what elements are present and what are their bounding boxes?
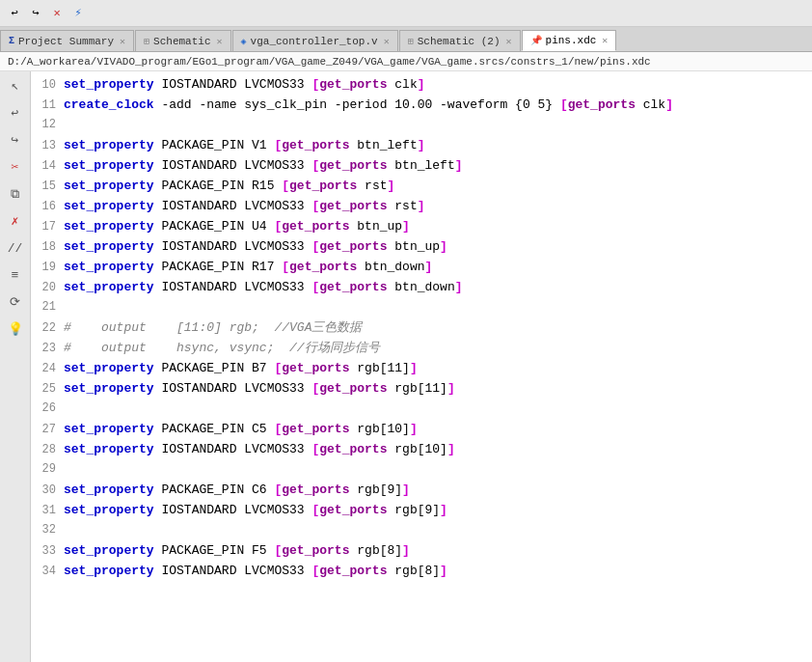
line-num-21: 21 bbox=[31, 298, 64, 317]
line-code-25: set_property IOSTANDARD LVCMOS33 [get_po… bbox=[64, 379, 455, 399]
tab-close-schematic2[interactable]: ✕ bbox=[506, 36, 512, 47]
line-num-23: 23 bbox=[31, 340, 64, 358]
tab-close-schematic1[interactable]: ✕ bbox=[217, 36, 223, 47]
main-area: ↖ ↩ ↪ ✂ ⧉ ✗ // ≡ ⟳ 💡 10 set_property IOS… bbox=[0, 71, 812, 662]
line-num-16: 16 bbox=[31, 198, 64, 216]
sidebar-icon-redo[interactable]: ↪ bbox=[5, 129, 26, 151]
sidebar-icon-undo[interactable]: ↩ bbox=[5, 102, 26, 124]
tab-label-vga-controller: vga_controller_top.v bbox=[251, 36, 378, 47]
code-line-32: 32 bbox=[31, 521, 812, 541]
code-line-21: 21 bbox=[31, 298, 812, 318]
filepath-bar: D:/A_workarea/VIVADO_program/EGo1_progra… bbox=[0, 52, 812, 71]
sidebar-icon-list[interactable]: ≡ bbox=[5, 264, 26, 286]
line-num-29: 29 bbox=[31, 460, 64, 479]
sidebar-icon-refresh[interactable]: ⟳ bbox=[5, 291, 26, 313]
line-code-19: set_property PACKAGE_PIN R17 [get_ports … bbox=[64, 258, 432, 277]
line-code-15: set_property PACKAGE_PIN R15 [get_ports … bbox=[64, 177, 394, 196]
tab-label-schematic2: Schematic (2) bbox=[418, 36, 501, 47]
tab-bar: Σ Project Summary ✕ ⊞ Schematic ✕ ◈ vga_… bbox=[0, 27, 812, 52]
line-code-20: set_property IOSTANDARD LVCMOS33 [get_po… bbox=[64, 278, 463, 297]
code-line-33: 33 set_property PACKAGE_PIN F5 [get_port… bbox=[31, 541, 812, 562]
tab-icon-pins-xdc: 📌 bbox=[530, 35, 542, 46]
tab-pins-xdc[interactable]: 📌 pins.xdc ✕ bbox=[522, 30, 617, 51]
tab-label-pins-xdc: pins.xdc bbox=[546, 35, 597, 46]
line-num-20: 20 bbox=[31, 279, 64, 297]
toolbar-close[interactable]: ✕ bbox=[48, 5, 66, 22]
line-code-30: set_property PACKAGE_PIN C6 [get_ports r… bbox=[64, 481, 410, 500]
line-code-27: set_property PACKAGE_PIN C5 [get_ports r… bbox=[64, 420, 418, 439]
code-line-34: 34 set_property IOSTANDARD LVCMOS33 [get… bbox=[31, 562, 812, 582]
line-num-19: 19 bbox=[31, 259, 64, 277]
line-num-30: 30 bbox=[31, 482, 64, 500]
toolbar-forward[interactable]: ↪ bbox=[27, 5, 44, 22]
toolbar-back[interactable]: ↩ bbox=[6, 5, 23, 22]
code-line-17: 17 set_property PACKAGE_PIN U4 [get_port… bbox=[31, 217, 812, 237]
line-num-34: 34 bbox=[31, 563, 64, 581]
tab-close-project-summary[interactable]: ✕ bbox=[120, 36, 125, 47]
tab-label-project-summary: Project Summary bbox=[18, 36, 114, 47]
tab-label-schematic1: Schematic bbox=[153, 36, 210, 47]
sidebar-icon-lines[interactable]: // bbox=[5, 237, 26, 259]
line-code-11: create_clock -add -name sys_clk_pin -per… bbox=[64, 96, 673, 115]
tab-icon-vga-controller: ◈ bbox=[241, 36, 247, 47]
line-code-28: set_property IOSTANDARD LVCMOS33 [get_po… bbox=[64, 440, 455, 459]
tab-close-pins-xdc[interactable]: ✕ bbox=[602, 35, 608, 46]
code-editor[interactable]: 10 set_property IOSTANDARD LVCMOS33 [get… bbox=[31, 71, 812, 662]
code-line-29: 29 bbox=[31, 460, 812, 481]
sidebar: ↖ ↩ ↪ ✂ ⧉ ✗ // ≡ ⟳ 💡 bbox=[0, 71, 31, 662]
code-line-12: 12 bbox=[31, 116, 812, 136]
line-num-33: 33 bbox=[31, 542, 64, 561]
top-toolbar: ↩ ↪ ✕ ⚡ bbox=[0, 0, 812, 27]
sidebar-icon-bulb[interactable]: 💡 bbox=[5, 318, 26, 340]
code-line-15: 15 set_property PACKAGE_PIN R15 [get_por… bbox=[31, 177, 812, 197]
line-code-17: set_property PACKAGE_PIN U4 [get_ports b… bbox=[64, 217, 410, 236]
code-line-26: 26 bbox=[31, 400, 812, 420]
toolbar-run[interactable]: ⚡ bbox=[69, 5, 87, 22]
line-code-16: set_property IOSTANDARD LVCMOS33 [get_po… bbox=[64, 197, 425, 216]
line-num-17: 17 bbox=[31, 218, 64, 236]
sidebar-icon-scissors[interactable]: ✂ bbox=[5, 156, 26, 178]
code-content[interactable]: 10 set_property IOSTANDARD LVCMOS33 [get… bbox=[31, 71, 812, 662]
code-line-19: 19 set_property PACKAGE_PIN R17 [get_por… bbox=[31, 258, 812, 278]
line-num-27: 27 bbox=[31, 421, 64, 439]
tab-icon-schematic1: ⊞ bbox=[144, 36, 149, 47]
line-code-33: set_property PACKAGE_PIN F5 [get_ports r… bbox=[64, 541, 410, 561]
code-line-25: 25 set_property IOSTANDARD LVCMOS33 [get… bbox=[31, 379, 812, 400]
line-num-31: 31 bbox=[31, 502, 64, 520]
code-line-30: 30 set_property PACKAGE_PIN C6 [get_port… bbox=[31, 481, 812, 501]
tab-project-summary[interactable]: Σ Project Summary ✕ bbox=[0, 30, 134, 51]
tab-vga-controller[interactable]: ◈ vga_controller_top.v ✕ bbox=[232, 30, 398, 51]
tab-icon-schematic2: ⊞ bbox=[408, 36, 414, 47]
line-code-13: set_property PACKAGE_PIN V1 [get_ports b… bbox=[64, 136, 425, 155]
line-num-15: 15 bbox=[31, 178, 64, 196]
code-line-10: 10 set_property IOSTANDARD LVCMOS33 [get… bbox=[31, 75, 812, 96]
tab-schematic1[interactable]: ⊞ Schematic ✕ bbox=[135, 30, 230, 51]
code-line-16: 16 set_property IOSTANDARD LVCMOS33 [get… bbox=[31, 197, 812, 217]
filepath-text: D:/A_workarea/VIVADO_program/EGo1_progra… bbox=[8, 56, 651, 68]
line-num-32: 32 bbox=[31, 521, 64, 539]
line-num-22: 22 bbox=[31, 319, 64, 338]
code-line-11: 11 create_clock -add -name sys_clk_pin -… bbox=[31, 96, 812, 116]
code-line-18: 18 set_property IOSTANDARD LVCMOS33 [get… bbox=[31, 237, 812, 258]
line-code-18: set_property IOSTANDARD LVCMOS33 [get_po… bbox=[64, 237, 447, 257]
line-code-14: set_property IOSTANDARD LVCMOS33 [get_po… bbox=[64, 156, 463, 176]
code-line-24: 24 set_property PACKAGE_PIN B7 [get_port… bbox=[31, 359, 812, 379]
tab-schematic2[interactable]: ⊞ Schematic (2) ✕ bbox=[399, 30, 521, 51]
tab-close-vga-controller[interactable]: ✕ bbox=[384, 36, 390, 47]
line-code-24: set_property PACKAGE_PIN B7 [get_ports r… bbox=[64, 359, 418, 378]
line-num-12: 12 bbox=[31, 116, 64, 134]
line-num-11: 11 bbox=[31, 97, 64, 115]
sidebar-icon-cursor[interactable]: ↖ bbox=[5, 75, 26, 97]
code-line-23: 23 # output hsync, vsync; //行场同步信号 bbox=[31, 339, 812, 359]
code-line-20: 20 set_property IOSTANDARD LVCMOS33 [get… bbox=[31, 278, 812, 298]
line-num-10: 10 bbox=[31, 76, 64, 95]
line-code-23: # output hsync, vsync; //行场同步信号 bbox=[64, 339, 380, 358]
line-num-14: 14 bbox=[31, 157, 64, 176]
code-line-28: 28 set_property IOSTANDARD LVCMOS33 [get… bbox=[31, 440, 812, 460]
sidebar-icon-copy[interactable]: ⧉ bbox=[5, 183, 26, 205]
line-num-24: 24 bbox=[31, 360, 64, 378]
line-num-28: 28 bbox=[31, 441, 64, 459]
code-line-31: 31 set_property IOSTANDARD LVCMOS33 [get… bbox=[31, 501, 812, 521]
line-code-22: # output [11:0] rgb; //VGA三色数据 bbox=[64, 318, 362, 338]
sidebar-icon-x[interactable]: ✗ bbox=[5, 210, 26, 232]
